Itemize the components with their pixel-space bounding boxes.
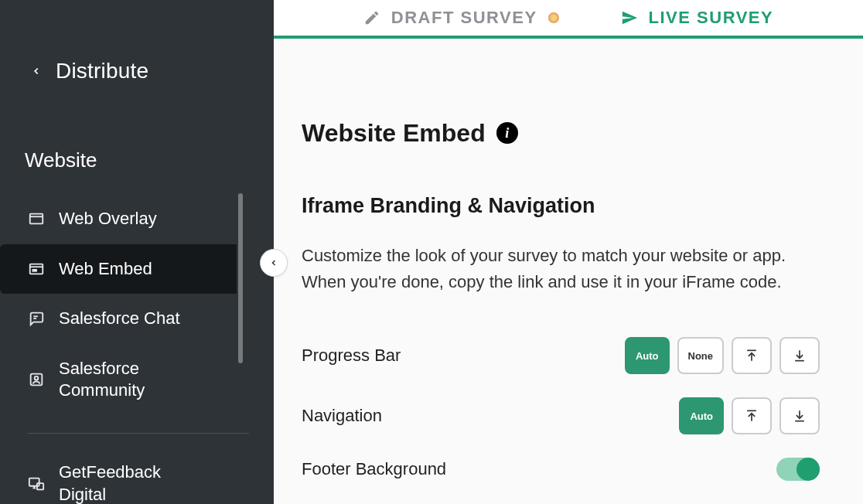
back-label: Distribute — [56, 59, 148, 83]
sidebar-item-web-embed[interactable]: Web Embed — [0, 244, 237, 295]
sidebar-item-label: Salesforce Chat — [59, 308, 180, 330]
navigation-options: Auto — [679, 397, 820, 434]
tab-bar: DRAFT SURVEY LIVE SURVEY — [274, 0, 863, 39]
sidebar-nav: Web Overlay Web Embed Salesforce Chat Sa… — [0, 194, 274, 504]
pencil-icon — [363, 9, 380, 26]
digital-icon — [28, 475, 45, 492]
tab-draft-survey[interactable]: DRAFT SURVEY — [363, 8, 559, 28]
tab-label: LIVE SURVEY — [649, 8, 774, 28]
sidebar-item-getfeedback-digital[interactable]: GetFeedback Digital — [0, 448, 237, 504]
arrow-up-icon — [744, 347, 759, 364]
info-icon[interactable]: i — [496, 122, 518, 144]
toggle-knob — [796, 458, 820, 481]
sidebar-item-salesforce-community[interactable]: Salesforce Community — [0, 344, 237, 416]
arrow-down-icon — [792, 347, 807, 364]
main-content: DRAFT SURVEY LIVE SURVEY Website Embed i… — [274, 0, 863, 504]
option-none[interactable]: None — [677, 337, 725, 374]
paper-plane-icon — [621, 9, 638, 26]
arrow-down-icon — [792, 407, 807, 424]
setting-label: Footer Background — [302, 459, 446, 479]
svg-rect-0 — [30, 214, 43, 224]
chat-icon — [28, 310, 45, 327]
progress-bar-options: Auto None — [625, 337, 820, 374]
option-top[interactable] — [732, 337, 772, 374]
option-bottom[interactable] — [779, 397, 820, 434]
option-auto[interactable]: Auto — [625, 337, 670, 374]
option-bottom[interactable] — [779, 337, 820, 374]
setting-row-navigation: Navigation Auto — [302, 397, 820, 434]
collapse-sidebar-button[interactable] — [260, 249, 288, 277]
arrow-up-icon — [744, 407, 759, 424]
svg-rect-4 — [32, 269, 37, 272]
sidebar-item-label: Web Overlay — [59, 208, 157, 230]
sidebar-item-label: Salesforce Community — [59, 358, 212, 402]
scrollbar-thumb[interactable] — [238, 193, 243, 363]
page-title: Website Embed i — [302, 119, 820, 148]
footer-background-toggle[interactable] — [776, 458, 820, 481]
tab-live-survey[interactable]: LIVE SURVEY — [621, 8, 774, 28]
community-icon — [28, 371, 45, 388]
sidebar-item-salesforce-chat[interactable]: Salesforce Chat — [0, 294, 237, 344]
chevron-left-icon — [269, 258, 278, 267]
sidebar: Distribute Website Web Overlay Web Embed… — [0, 0, 274, 504]
tab-label: DRAFT SURVEY — [391, 8, 537, 28]
section-description: Customize the look of your survey to mat… — [302, 243, 796, 295]
section-subtitle: Iframe Branding & Navigation — [302, 194, 820, 218]
sidebar-item-label: Web Embed — [59, 258, 152, 281]
draft-indicator-icon — [548, 12, 559, 23]
setting-row-progress-bar: Progress Bar Auto None — [302, 337, 820, 374]
overlay-icon — [28, 210, 45, 227]
setting-label: Progress Bar — [302, 346, 401, 366]
setting-row-footer-background: Footer Background — [302, 458, 820, 481]
sidebar-divider — [28, 433, 249, 434]
chevron-left-icon — [31, 66, 42, 77]
sidebar-item-web-overlay[interactable]: Web Overlay — [0, 194, 237, 244]
sidebar-item-label: GetFeedback Digital — [59, 461, 212, 504]
option-top[interactable] — [732, 397, 772, 434]
svg-point-8 — [35, 376, 39, 380]
section-label: Website — [0, 102, 274, 194]
embed-icon — [28, 261, 45, 278]
page-title-text: Website Embed — [302, 119, 486, 148]
option-auto[interactable]: Auto — [679, 397, 724, 434]
back-button[interactable]: Distribute — [0, 0, 274, 102]
setting-label: Navigation — [302, 406, 382, 426]
